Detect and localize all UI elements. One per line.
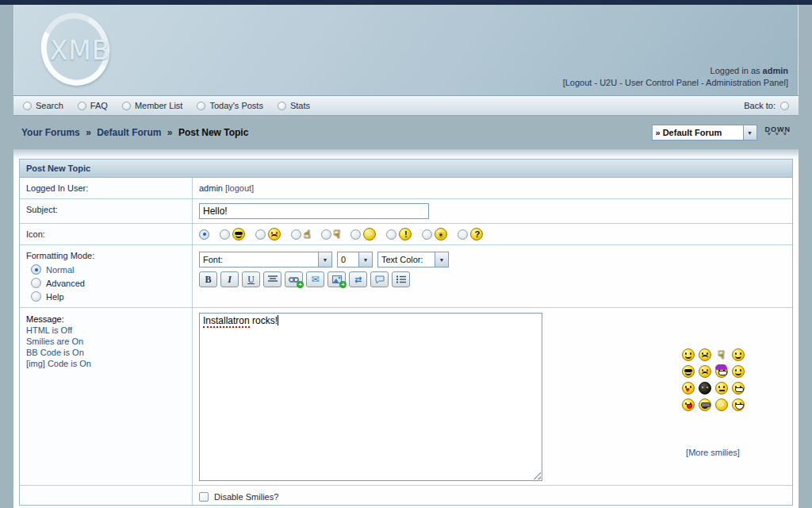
smilies-status[interactable]: Smilies are On [26, 336, 186, 347]
row-disable-smilies: Disable Smilies? [20, 486, 792, 505]
message-textarea[interactable]: Installatron rocks! [199, 313, 542, 481]
code-arrows-icon: ⇄ [354, 275, 362, 285]
smiley-mad-icon[interactable] [699, 365, 711, 378]
smiley-ninja-icon[interactable] [699, 382, 711, 394]
mode-advanced[interactable]: Advanced [31, 278, 186, 288]
italic-button[interactable]: I [220, 271, 239, 287]
logout-link[interactable]: [logout] [225, 183, 254, 193]
font-size-select[interactable]: 0 ▼ [337, 252, 373, 267]
post-new-topic-form: Post New Topic Logged In User: admin [lo… [19, 159, 793, 506]
underline-button[interactable]: U [242, 271, 260, 287]
thumbs-down-icon [334, 228, 341, 241]
account-links[interactable]: [Logout - U2U - User Control Panel - Adm… [563, 77, 788, 89]
smiley-love-icon[interactable] [682, 382, 695, 394]
arrow-smiley-icon [363, 228, 376, 241]
xmb-logo: XMB [32, 8, 123, 94]
icon-radio-question[interactable] [458, 229, 468, 240]
stats-icon [278, 102, 286, 110]
resize-grip-icon[interactable] [531, 470, 541, 479]
smiley-grin-icon[interactable] [732, 382, 745, 394]
jump-to-bottom-link[interactable]: DOWN ˅ ˅ ˅ [765, 125, 791, 137]
align-button[interactable] [263, 271, 282, 287]
subject-label: Subject: [20, 199, 193, 223]
nav-item-todays-posts[interactable]: Today's Posts [197, 101, 263, 110]
icon-radio-thumbdown[interactable] [321, 229, 331, 240]
smiley-pirate-icon[interactable] [715, 365, 728, 378]
plus-badge-icon: + [297, 281, 304, 288]
icon-radio-idea[interactable] [422, 229, 432, 240]
logged-in-user-value: admin [199, 183, 223, 193]
icon-radio-cool[interactable] [220, 229, 230, 240]
mode-normal-radio[interactable] [31, 264, 41, 275]
breadcrumb-default-forum[interactable]: Default Forum [97, 127, 161, 138]
insert-list-button[interactable] [392, 271, 410, 287]
smiley-arrow-icon[interactable] [715, 398, 728, 411]
img-code-status[interactable]: [img] Code is On [26, 358, 186, 369]
question-icon [470, 228, 483, 241]
member-list-icon [122, 102, 131, 110]
nav-item-faq[interactable]: FAQ [78, 101, 108, 110]
mode-help-radio[interactable] [31, 291, 41, 302]
message-text: rocks! [250, 315, 278, 326]
nav-item-search[interactable]: Search [23, 101, 63, 110]
insert-email-button[interactable]: ✉ [306, 271, 324, 287]
smiley-smile-icon[interactable] [682, 348, 695, 361]
smiley-wink-icon[interactable] [732, 348, 745, 361]
chevron-down-icon: ▼ [743, 125, 756, 140]
nav-item-member-list[interactable]: Member List [122, 101, 183, 110]
breadcrumb-current: Post New Topic [178, 127, 248, 138]
mode-help[interactable]: Help [31, 291, 186, 302]
bold-button[interactable]: B [199, 271, 217, 287]
more-smilies-link[interactable]: [More smilies] [686, 448, 740, 457]
form-title: Post New Topic [20, 160, 792, 178]
icon-radio-none[interactable] [199, 229, 209, 240]
insert-code-button[interactable]: ⇄ [349, 271, 367, 287]
forum-jump-select[interactable]: » Default Forum ▼ [652, 125, 757, 140]
smiley-sad-icon[interactable] [699, 348, 711, 361]
insert-link-button[interactable]: + [285, 271, 303, 287]
smiley-grid [682, 348, 745, 411]
content-area: Post New Topic Logged In User: admin [lo… [13, 149, 799, 508]
chevron-down-icon: ▼ [318, 252, 331, 267]
page-shell: XMB Logged in as admin [Logout - U2U - U… [13, 5, 799, 508]
html-status[interactable]: HTML is Off [26, 325, 186, 336]
breadcrumb-row: Your Forums » Default Forum » Post New T… [13, 116, 799, 149]
icon-radio-mad[interactable] [255, 229, 266, 240]
bbcode-status[interactable]: BB Code is On [26, 347, 186, 358]
smiley-happy-icon[interactable] [732, 365, 745, 378]
breadcrumb-your-forums[interactable]: Your Forums [21, 127, 80, 138]
disable-smilies-label: Disable Smilies? [214, 492, 278, 502]
todays-posts-icon [197, 102, 205, 110]
icon-radio-thumbup[interactable] [291, 229, 301, 240]
disable-smilies-checkbox[interactable] [199, 492, 209, 502]
navbar: Search FAQ Member List Today's Posts Sta… [13, 95, 799, 116]
icon-radio-exclamation[interactable] [386, 229, 396, 240]
smiley-thumbdown-icon[interactable] [718, 348, 725, 361]
logged-in-user-label: Logged In User: [20, 178, 193, 198]
logo-text: XMB [46, 35, 114, 66]
subject-input[interactable] [199, 203, 429, 219]
row-message: Message: HTML is Off Smilies are On BB C… [20, 308, 792, 486]
forum-header: XMB Logged in as admin [Logout - U2U - U… [13, 5, 799, 95]
smiley-cool-icon[interactable] [682, 365, 695, 378]
mode-advanced-radio[interactable] [31, 278, 41, 288]
back-to-icon[interactable] [780, 102, 789, 110]
smiley-laugh-icon[interactable] [732, 398, 745, 411]
smiley-shades-icon[interactable] [699, 398, 711, 411]
row-formatting-mode: Formatting Mode: Normal Advanced Help [20, 245, 792, 308]
chevron-down-icon: ▼ [435, 252, 448, 267]
smiley-meh-icon[interactable] [715, 382, 728, 394]
font-select[interactable]: Font: ▼ [199, 252, 332, 267]
text-color-select[interactable]: Text Color: ▼ [377, 252, 449, 267]
plus-badge-icon: + [339, 281, 347, 288]
formatting-mode-label: Formatting Mode: [26, 251, 186, 260]
smiley-tongue-icon[interactable] [682, 398, 695, 411]
username: admin [763, 66, 788, 75]
align-lines-icon [268, 275, 278, 283]
insert-quote-button[interactable] [370, 271, 389, 287]
insert-image-button[interactable]: + [327, 271, 346, 287]
nav-item-stats[interactable]: Stats [278, 101, 310, 110]
speech-bubble-icon [375, 275, 385, 283]
icon-radio-arrow[interactable] [350, 229, 361, 240]
mode-normal[interactable]: Normal [31, 264, 186, 275]
